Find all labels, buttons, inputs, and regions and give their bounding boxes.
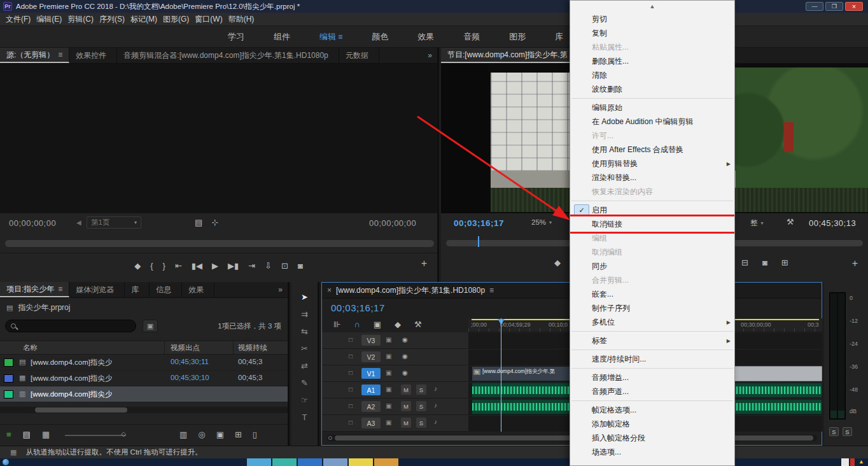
button-editor-add-icon[interactable]: +: [852, 258, 858, 269]
context-menu-item[interactable]: 取消链接: [570, 217, 734, 231]
scrollbar-thumb[interactable]: [35, 407, 127, 413]
track-output-icon[interactable]: [402, 336, 408, 343]
meter-solo-button[interactable]: S: [829, 427, 839, 436]
button-editor-icon[interactable]: ⊹: [211, 218, 218, 227]
track-select-tool-icon[interactable]: ⇉: [297, 308, 312, 320]
lift-icon[interactable]: ⊟: [741, 258, 748, 267]
zoom-slider[interactable]: ◇: [65, 432, 126, 439]
context-menu-item[interactable]: 恢复未渲染的内容: [570, 185, 734, 199]
panel-tab[interactable]: 信息: [150, 282, 182, 297]
taskbar-item[interactable]: [349, 458, 373, 466]
panel-tab[interactable]: 元数据: [339, 48, 379, 63]
context-menu-item[interactable]: 清除: [570, 68, 734, 82]
context-menu-item[interactable]: 编辑原始: [570, 101, 734, 115]
project-hscrollbar[interactable]: [0, 407, 288, 413]
context-menu-item[interactable]: [570, 329, 734, 334]
voiceover-record-icon[interactable]: [434, 418, 437, 425]
context-menu-item[interactable]: 音频声道...: [570, 385, 734, 399]
context-menu-item[interactable]: 使用剪辑替换: [570, 157, 734, 171]
program-playhead[interactable]: [478, 236, 479, 247]
list-view-icon[interactable]: ▤: [23, 430, 31, 439]
add-marker-icon[interactable]: ◆: [134, 261, 141, 271]
context-menu-item[interactable]: 渲染和替换...: [570, 171, 734, 185]
context-menu-item[interactable]: [570, 199, 734, 203]
warning-icon[interactable]: ▲: [858, 458, 864, 465]
sync-lock-icon[interactable]: [386, 386, 391, 393]
context-menu-item[interactable]: 多机位: [570, 315, 734, 329]
panel-tab[interactable]: 项目:指尖少年: [0, 282, 69, 297]
add-marker-icon[interactable]: ◆: [395, 320, 401, 329]
track-lock-icon[interactable]: [349, 353, 353, 360]
context-menu-item[interactable]: 插入帧定格分段: [570, 431, 734, 445]
project-table-row[interactable]: ▥[www.domp4.com]指尖少: [0, 386, 288, 402]
ripple-edit-tool-icon[interactable]: ⇆: [297, 325, 312, 337]
taskbar-item[interactable]: [323, 458, 347, 466]
menubar-item[interactable]: 剪辑(C): [67, 14, 94, 25]
context-menu-item[interactable]: [570, 348, 734, 352]
context-menu-item[interactable]: 场选项...: [570, 445, 734, 459]
context-menu-item[interactable]: 速度/持续时间...: [570, 352, 734, 366]
tab-overflow-icon[interactable]: »: [423, 48, 437, 63]
find-icon[interactable]: ◎: [198, 430, 205, 439]
workspace-tab[interactable]: 编辑: [319, 31, 342, 43]
track-lock-icon[interactable]: [349, 402, 353, 409]
panel-menu-icon[interactable]: [58, 50, 62, 59]
track-lock-icon[interactable]: [349, 336, 353, 343]
settings-wrench-icon[interactable]: ⚒: [787, 217, 794, 227]
video-clip[interactable]: fx[www.domp4.com]指尖少年.第: [472, 366, 580, 381]
context-menu-item[interactable]: [570, 96, 734, 101]
timeline-settings-icon[interactable]: ⚒: [414, 320, 422, 329]
playhead-line[interactable]: [501, 318, 501, 432]
icon-view-icon[interactable]: ▦: [42, 430, 50, 439]
mark-in-icon[interactable]: {: [150, 261, 153, 271]
step-back-icon[interactable]: ▮◀: [192, 261, 202, 271]
page-back-icon[interactable]: ◀: [76, 219, 81, 226]
menubar-item[interactable]: 序列(S): [99, 14, 125, 25]
automate-to-sequence-icon[interactable]: ▥: [179, 430, 187, 439]
panel-tab[interactable]: 效果: [182, 282, 214, 297]
go-to-out-icon[interactable]: ⇥: [248, 261, 255, 271]
voiceover-record-icon[interactable]: [434, 402, 437, 409]
playback-resolution-select[interactable]: 整▾: [750, 218, 764, 228]
solo-button[interactable]: S: [416, 418, 426, 428]
overwrite-icon[interactable]: ⊡: [281, 261, 288, 271]
sync-lock-icon[interactable]: [386, 369, 391, 376]
track-target-button[interactable]: A1: [361, 385, 381, 395]
zoom-handle[interactable]: [328, 436, 332, 440]
context-menu-item[interactable]: 波纹删除: [570, 82, 734, 96]
taskbar-item[interactable]: [272, 458, 297, 466]
workspace-tab[interactable]: 图形: [509, 31, 526, 43]
panel-tab[interactable]: 音频剪辑混合器:[www.domp4.com]指尖少年.第1集.HD1080p: [117, 48, 339, 63]
project-table-header[interactable]: 名称 视频出点 视频持续: [0, 341, 288, 355]
panel-menu-icon[interactable]: [58, 285, 62, 293]
project-table-row[interactable]: ▤[www.domp4.com]指尖少00;45;30;1100;45;3: [0, 355, 288, 371]
track-output-icon[interactable]: [402, 353, 408, 360]
context-menu-item[interactable]: 编组: [570, 231, 734, 245]
page-select[interactable]: 第1页▾: [87, 216, 141, 229]
mute-button[interactable]: M: [401, 418, 411, 428]
pen-tool-icon[interactable]: ✎: [297, 377, 312, 388]
menubar-item[interactable]: 文件(F): [6, 14, 31, 25]
linked-selection-icon[interactable]: ▣: [374, 320, 381, 329]
track-target-button[interactable]: A3: [361, 418, 381, 428]
button-editor-add-icon[interactable]: +: [421, 258, 427, 269]
context-menu-item[interactable]: 删除属性...: [570, 54, 734, 68]
menubar-item[interactable]: 帮助(H): [228, 14, 255, 25]
context-menu-item[interactable]: 在 Adobe Audition 中编辑剪辑: [570, 115, 734, 129]
context-menu-item[interactable]: [570, 399, 734, 403]
column-video-in[interactable]: 视频出点: [171, 343, 200, 353]
project-file-row[interactable]: ▤ 指尖少年.prproj: [6, 302, 70, 313]
context-menu-item[interactable]: 取消编组: [570, 245, 734, 259]
razor-tool-icon[interactable]: ✂: [297, 342, 312, 354]
context-menu-item[interactable]: 添加帧定格: [570, 417, 734, 431]
panel-tab[interactable]: 源:（无剪辑）: [0, 48, 69, 63]
comparison-view-icon[interactable]: ⊞: [781, 258, 788, 267]
panel-tab[interactable]: 效果控件: [69, 48, 117, 63]
mute-button[interactable]: M: [401, 401, 411, 411]
step-forward-icon[interactable]: ▶▮: [228, 261, 239, 271]
context-menu-item[interactable]: 使用 After Effects 合成替换: [570, 143, 734, 157]
panel-tab[interactable]: 库: [125, 282, 150, 297]
export-frame-icon[interactable]: ◙: [762, 258, 767, 267]
timeline-current-timecode[interactable]: 00;03;16;17: [331, 302, 385, 313]
menubar-item[interactable]: 窗口(W): [195, 14, 222, 25]
